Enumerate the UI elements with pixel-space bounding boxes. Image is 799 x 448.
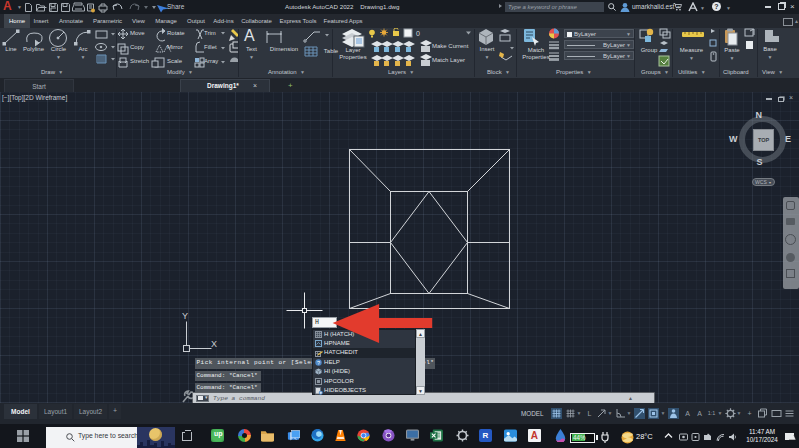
svg-text:0: 0 (416, 30, 420, 37)
svg-text:?: ? (317, 360, 320, 366)
